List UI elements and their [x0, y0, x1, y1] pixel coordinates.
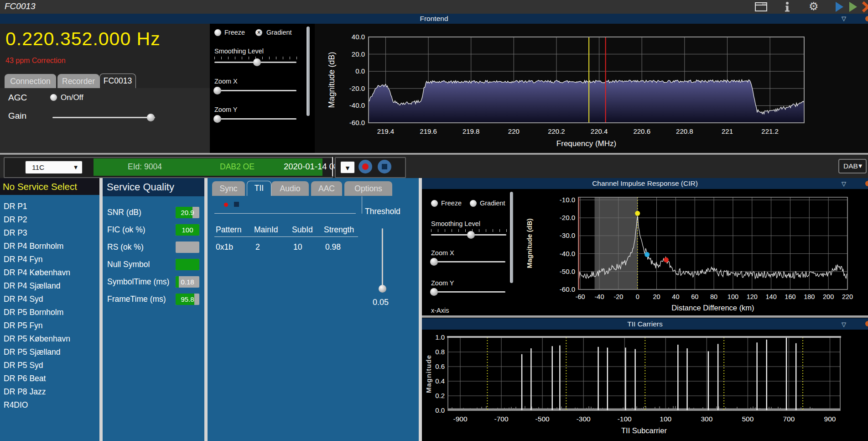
info-icon[interactable]	[784, 1, 790, 14]
quality-badge-value: 20.9	[176, 207, 199, 218]
cir-gradient-radio[interactable]	[470, 200, 477, 207]
tab-aac[interactable]: AAC	[311, 181, 342, 196]
threshold-slider[interactable]	[382, 228, 383, 292]
service-item[interactable]: DR P1	[4, 200, 95, 213]
record-options-dropdown[interactable]: ▼	[340, 161, 355, 173]
tii-stop-icon[interactable]	[234, 202, 239, 207]
panel-divider[interactable]	[419, 178, 422, 441]
zoom-x-slider[interactable]	[214, 90, 296, 91]
cir-smoothing-label: Smoothing Level	[431, 220, 480, 227]
svg-text:-60.0: -60.0	[560, 285, 575, 293]
cir-zoom-x-slider-thumb[interactable]	[430, 258, 438, 266]
tab-options[interactable]: Options	[344, 181, 392, 196]
tab-fc0013[interactable]: FC0013	[99, 74, 136, 89]
svg-text:221: 221	[722, 127, 733, 135]
tab-tii[interactable]: TII	[247, 181, 271, 196]
zoom-y-slider-thumb[interactable]	[213, 115, 221, 123]
tab-sync[interactable]: Sync	[212, 181, 245, 196]
service-item[interactable]: DR P4 Syd	[4, 293, 95, 306]
zoom-x-slider-thumb[interactable]	[213, 87, 221, 94]
panel-divider[interactable]	[204, 178, 208, 441]
smoothing-slider[interactable]	[214, 62, 296, 63]
collapse-panel-icon[interactable]: ▽	[842, 14, 846, 24]
svg-text:160: 160	[785, 293, 795, 300]
tab-connection[interactable]: Connection	[5, 74, 56, 89]
next-orange-icon[interactable]	[862, 1, 868, 14]
service-item[interactable]: DR P4 Fyn	[4, 253, 95, 266]
panel-edge-button[interactable]	[865, 321, 868, 326]
tii-col-strength: Strength	[324, 225, 354, 235]
service-item[interactable]: DR P5 Fyn	[4, 319, 95, 332]
threshold-label: Threshold	[365, 207, 400, 216]
service-item[interactable]: DR P5 Bornholm	[4, 306, 95, 319]
svg-text:220: 220	[508, 127, 520, 135]
smoothing-slider-thumb[interactable]	[253, 58, 261, 66]
svg-text:60: 60	[691, 293, 698, 300]
cir-controls-scrollbar[interactable]	[510, 192, 513, 283]
quality-row-label: SNR (dB)	[107, 208, 141, 217]
stop-button[interactable]	[378, 160, 391, 173]
panel-edge-button[interactable]	[865, 16, 868, 21]
service-item[interactable]: DR P8 Jazz	[4, 385, 95, 399]
threshold-slider-thumb[interactable]	[379, 285, 386, 293]
service-item[interactable]: R4DIO	[4, 399, 95, 412]
cir-zoom-x-slider[interactable]	[431, 261, 505, 262]
svg-text:700: 700	[783, 415, 795, 423]
svg-text:-20: -20	[613, 293, 623, 300]
tii-carriers-chart[interactable]: 1.00.80.60.40.20.0-900-700-500-300-10010…	[422, 330, 868, 441]
service-item[interactable]: DR P6 Beat	[4, 372, 95, 385]
service-item[interactable]: DR P2	[4, 213, 95, 226]
toolbar-top-divider	[0, 153, 868, 155]
agc-radio[interactable]	[50, 94, 57, 101]
svg-text:219.8: 219.8	[463, 127, 480, 135]
freeze-radio[interactable]	[214, 29, 221, 36]
spectrum-controls: Freeze × Gradient Smoothing Level Zoom X…	[210, 24, 315, 153]
service-item[interactable]: DR P3	[4, 226, 95, 240]
cir-zoom-y-slider[interactable]	[431, 291, 505, 293]
cir-panel-header: Channel Impulse Response (CIR) ▽	[422, 178, 868, 189]
frontend-spectrum-chart[interactable]: 40.020.00.0-20.0-40.0-60.0219.4219.6219.…	[315, 24, 868, 153]
channel-dropdown[interactable]: 11C ▼	[25, 161, 83, 174]
tii-record-icon[interactable]	[224, 203, 228, 207]
panel-divider[interactable]	[99, 178, 103, 441]
zoom-y-slider[interactable]	[214, 118, 296, 120]
quality-badge-value: 0.18	[176, 276, 199, 288]
svg-text:221.2: 221.2	[761, 127, 779, 135]
service-item[interactable]: DR P4 København	[4, 266, 95, 279]
collapse-panel-icon[interactable]: ▽	[842, 178, 846, 189]
tab-audio[interactable]: Audio	[271, 181, 309, 196]
mode-caret-icon: ▼	[858, 160, 862, 173]
quality-row-label: SymbolTime (ms)	[107, 277, 169, 287]
frequency-display: 0.220.352.000 Hz	[5, 28, 161, 50]
tab-recorder[interactable]: Recorder	[57, 74, 99, 89]
service-item[interactable]: DR P5 Sjælland	[4, 346, 95, 359]
cir-chart[interactable]: -10.0-20.0-30.0-40.0-50.0-60.0-60-40-200…	[515, 189, 868, 317]
quality-badge: 0.18	[176, 276, 199, 288]
svg-text:0.0: 0.0	[435, 406, 445, 414]
service-item[interactable]: DR P5 Syd	[4, 359, 95, 372]
svg-text:40: 40	[672, 293, 679, 300]
cir-zoom-y-slider-thumb[interactable]	[430, 288, 438, 296]
cir-smoothing-slider[interactable]	[431, 234, 506, 236]
gain-slider[interactable]	[52, 117, 155, 118]
window-icon[interactable]	[755, 2, 767, 13]
service-item[interactable]: DR P5 København	[4, 332, 95, 346]
panel-edge-button[interactable]	[865, 181, 868, 186]
svg-text:-20.0: -20.0	[349, 84, 365, 92]
collapse-panel-icon[interactable]: ▽	[842, 319, 846, 330]
gain-slider-thumb[interactable]	[147, 114, 155, 121]
service-item[interactable]: DR P4 Sjælland	[4, 279, 95, 293]
settings-gear-icon[interactable]: ⚙	[809, 0, 819, 13]
service-item[interactable]: DR P4 Bornholm	[4, 240, 95, 253]
svg-text:Frequency (MHz): Frequency (MHz)	[556, 139, 616, 148]
record-button[interactable]	[359, 160, 372, 173]
controls-scrollbar[interactable]	[307, 26, 310, 116]
cir-smoothing-slider-thumb[interactable]	[467, 231, 475, 239]
gradient-checkbox[interactable]: ×	[255, 29, 262, 36]
play-green-icon[interactable]	[849, 2, 857, 12]
cir-freeze-radio[interactable]	[431, 200, 438, 207]
mode-dropdown[interactable]: DAB ▼	[838, 159, 867, 173]
svg-text:900: 900	[824, 415, 836, 423]
cir-horizontal-scrollbar[interactable]	[422, 315, 868, 318]
play-blue-icon[interactable]	[836, 2, 843, 12]
